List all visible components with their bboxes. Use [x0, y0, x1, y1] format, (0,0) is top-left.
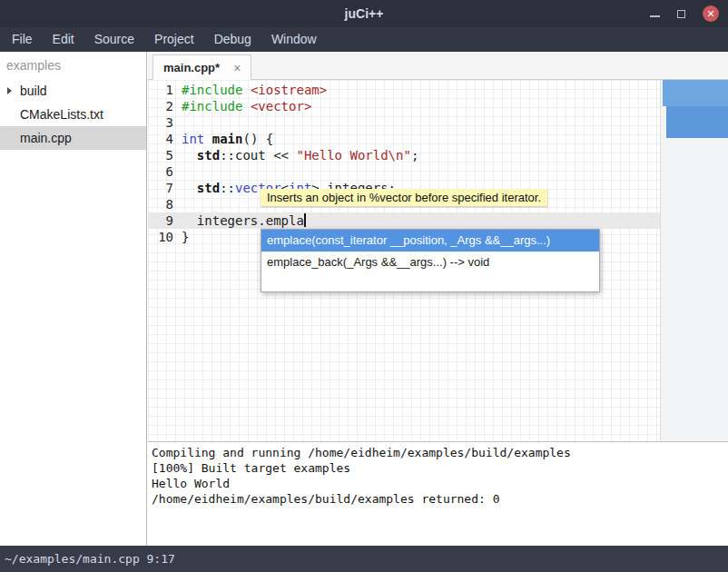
output-line: Hello World	[152, 476, 728, 491]
code-line[interactable]: 6	[148, 163, 660, 180]
menu-item-file[interactable]: File	[2, 27, 43, 52]
statusbar: ~/examples/main.cpp 9:17	[0, 546, 728, 572]
line-number: 9	[148, 212, 173, 229]
statusbar-path: ~/examples/main.cpp 9:17	[5, 552, 175, 566]
completion-item[interactable]: emplace(const_iterator __position, _Args…	[261, 230, 599, 251]
menu-item-window[interactable]: Window	[261, 27, 327, 52]
menu-item-edit[interactable]: Edit	[43, 27, 84, 52]
close-tab-icon[interactable]: ×	[233, 62, 241, 74]
scrollbar-thumb[interactable]	[663, 80, 728, 106]
output-line: /home/eidheim/examples/build/examples re…	[152, 491, 728, 507]
code-text: int main() {	[182, 131, 273, 147]
code-text: #include <iostream>	[182, 82, 327, 98]
file-tree: buildCMakeLists.txtmain.cpp	[0, 79, 146, 150]
tree-item-cmakelists-txt[interactable]: CMakeLists.txt	[0, 103, 146, 126]
titlebar: juCi++ ✕	[0, 0, 728, 27]
code-text: integers.empla	[182, 212, 306, 229]
menubar: FileEditSourceProjectDebugWindow	[0, 27, 728, 52]
editor-scrollbar-track[interactable]	[660, 80, 728, 441]
maximize-button[interactable]	[677, 10, 685, 18]
output-panel[interactable]: Compiling and running /home/eidheim/exam…	[148, 441, 728, 546]
window-controls: ✕	[650, 0, 719, 27]
completion-item[interactable]: emplace_back(_Args &&__args...) --> void	[261, 251, 599, 273]
minimize-button[interactable]	[650, 15, 660, 17]
line-number: 10	[148, 229, 173, 245]
line-number: 5	[148, 147, 173, 163]
code-line[interactable]: 2#include <vector>	[148, 98, 660, 114]
code-text: std::cout << "Hello World\n";	[182, 147, 418, 163]
expander-icon[interactable]	[7, 87, 12, 94]
menu-item-source[interactable]: Source	[84, 27, 144, 52]
completion-popup[interactable]: emplace(const_iterator __position, _Args…	[261, 229, 600, 292]
code-text: #include <vector>	[182, 98, 311, 114]
right-pane: main.cpp* × 1#include <iostream>2#includ…	[148, 52, 728, 546]
sidebar-header: examples	[0, 52, 146, 79]
code-line[interactable]: 5 std::cout << "Hello World\n";	[148, 147, 660, 163]
tree-item-label: main.cpp	[20, 131, 72, 145]
tree-item-main-cpp[interactable]: main.cpp	[0, 126, 146, 150]
tree-item-build[interactable]: build	[0, 79, 146, 103]
tab-main-cpp[interactable]: main.cpp* ×	[152, 54, 251, 80]
window-title: juCi++	[345, 6, 384, 21]
line-number: 3	[148, 114, 173, 131]
sidebar: examples buildCMakeLists.txtmain.cpp	[0, 52, 147, 546]
tabbar: main.cpp* ×	[148, 52, 728, 80]
scrollbar-thumb-lower[interactable]	[666, 106, 728, 138]
line-number: 2	[148, 98, 173, 114]
line-number: 8	[148, 196, 173, 212]
code-editor[interactable]: 1#include <iostream>2#include <vector>34…	[148, 80, 728, 441]
output-line: [100%] Built target examples	[152, 460, 728, 476]
line-number: 1	[148, 82, 173, 98]
line-number: 7	[148, 180, 173, 196]
menu-item-project[interactable]: Project	[144, 27, 204, 52]
code-line[interactable]: 3	[148, 114, 660, 131]
menu-item-debug[interactable]: Debug	[204, 27, 261, 52]
output-line: Compiling and running /home/eidheim/exam…	[152, 445, 728, 460]
code-line[interactable]: 1#include <iostream>	[148, 82, 660, 98]
code-line[interactable]: 9 integers.empla	[148, 212, 660, 229]
doc-tooltip: Inserts an object in %vector before spec…	[261, 189, 547, 206]
tree-item-label: CMakeLists.txt	[20, 107, 103, 122]
tree-item-label: build	[20, 84, 47, 98]
close-button[interactable]: ✕	[703, 5, 719, 22]
code-line[interactable]: 4int main() {	[148, 131, 660, 147]
text-cursor	[304, 213, 306, 227]
tab-label: main.cpp*	[163, 61, 220, 74]
code-lines[interactable]: 1#include <iostream>2#include <vector>34…	[148, 82, 660, 245]
line-number: 4	[148, 131, 173, 147]
code-text: }	[182, 229, 189, 245]
line-number: 6	[148, 163, 173, 180]
